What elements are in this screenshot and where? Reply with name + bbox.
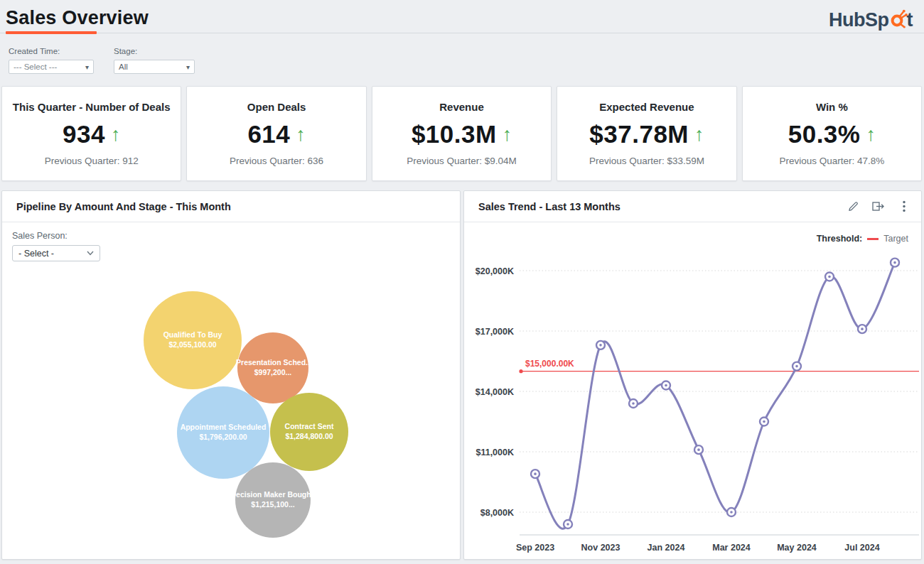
data-point-dot [828,276,831,278]
bubble-amount-label: $1,215,100... [251,500,294,510]
pipeline-panel-title: Pipeline By Amount And Stage - This Mont… [16,201,231,212]
sales-trend-panel-title: Sales Trend - Last 13 Months [478,201,621,212]
data-point-dot [795,365,798,368]
data-point-dot [893,261,896,264]
pipeline-bubble[interactable]: Contract Sent$1,284,800.00 [270,393,348,471]
bubble-amount-label: $997,200... [254,368,292,378]
threshold-line-dot [519,369,522,373]
trend-up-arrow-icon: ↑ [111,125,121,144]
y-axis-tick-label: $17,000K [476,327,514,337]
kpi-title: Open Deals [247,101,306,113]
header-divider [0,33,924,33]
kpi-previous: Previous Quarter: $9.04M [407,156,517,166]
kpi-card-number-of-deals: This Quarter - Number of Deals 934 ↑ Pre… [1,86,181,181]
logo-text-left: HubSp [829,9,889,31]
data-point-dot [534,472,537,475]
pipeline-panel: Pipeline By Amount And Stage - This Mont… [1,190,461,560]
kpi-title: This Quarter - Number of Deals [13,101,171,113]
trend-up-arrow-icon: ↑ [503,125,512,144]
trend-up-arrow-icon: ↑ [694,125,704,144]
sales-trend-panel-header: Sales Trend - Last 13 Months [464,191,921,222]
bubble-amount-label: $1,284,800.00 [285,432,333,442]
sales-person-filter: Sales Person: - Select - [12,231,100,261]
trend-up-arrow-icon: ↑ [866,125,876,144]
top-bar: Sales Overview HubSp t [0,0,924,34]
kpi-card-expected-revenue: Expected Revenue $37.78M ↑ Previous Quar… [557,86,736,181]
created-time-select[interactable]: --- Select --- ▾ [9,60,94,74]
kpi-card-open-deals: Open Deals 614 ↑ Previous Quarter: 636 [186,86,366,181]
kpi-value: $10.3M [412,120,497,148]
data-point-dot [763,421,765,423]
stage-value: All [119,63,128,71]
bubble-stage-label: Decision Maker Bough.. [230,490,315,500]
bubble-stage-label: Qualified To Buy [163,330,222,340]
bubble-stage-label: Contract Sent [285,422,334,432]
kpi-previous: Previous Quarter: 47.8% [779,156,884,166]
hubspot-sprocket-icon [888,9,908,33]
trend-line [535,263,895,529]
y-axis-tick-label: $8,000K [480,508,514,518]
bubble-stage-label: Appointment Scheduled [181,423,267,433]
edit-pencil-icon[interactable] [846,199,860,213]
export-icon[interactable] [871,199,886,213]
sales-trend-line-chart: $8,000K$11,000K$14,000K$17,000K$20,000KS… [464,222,921,559]
created-time-label: Created Time: [9,47,94,55]
created-time-value: --- Select --- [14,63,57,71]
x-axis-tick-label: Nov 2023 [581,543,621,553]
data-point-dot [566,523,569,526]
stage-filter: Stage: All ▾ [114,47,195,74]
created-time-filter: Created Time: --- Select --- ▾ [9,47,94,74]
pipeline-bubble[interactable]: Appointment Scheduled$1,796,200.00 [177,386,269,479]
x-axis-tick-label: May 2024 [777,543,817,553]
stage-select[interactable]: All ▾ [114,60,195,74]
kpi-title: Revenue [439,101,484,113]
threshold-value-label: $15,000.00K [525,359,574,369]
page-title: Sales Overview [6,7,149,29]
pipeline-bubble[interactable]: Qualified To Buy$2,055,100.00 [144,291,242,389]
hubspot-logo: HubSp t [829,7,913,33]
sales-person-value: - Select - [18,249,54,259]
logo-text-right: t [907,9,913,31]
kpi-value: 934 [63,120,105,148]
data-point-dot [730,511,733,514]
bubble-amount-label: $2,055,100.00 [168,340,216,350]
x-axis-tick-label: Jul 2024 [844,543,879,553]
pipeline-panel-header: Pipeline By Amount And Stage - This Mont… [2,191,460,222]
pipeline-bubble[interactable]: Decision Maker Bough..$1,215,100... [235,462,311,538]
kpi-title: Expected Revenue [599,101,694,113]
y-axis-tick-label: $11,000K [476,448,514,457]
trend-up-arrow-icon: ↑ [296,125,306,144]
data-point-dot [599,344,602,347]
kpi-value: 50.3% [788,120,861,148]
sales-trend-panel: Sales Trend - Last 13 Months Threshold: [463,190,922,560]
chevron-down-icon: ▾ [186,63,190,71]
kpi-previous: Previous Quarter: 636 [230,156,323,166]
kebab-menu-icon[interactable] [897,199,911,213]
chevron-down-icon: ▾ [85,63,89,71]
y-axis-tick-label: $20,000K [476,266,514,276]
pipeline-bubble[interactable]: Presentation Sched..$997,200... [237,332,308,403]
kpi-value: 614 [247,120,290,148]
chevron-down-icon [87,251,94,256]
bubble-amount-label: $1,796,200.00 [199,433,247,443]
bubble-stage-label: Presentation Sched.. [236,358,310,368]
data-point-dot [632,402,635,405]
title-accent-bar [6,31,97,34]
stage-label: Stage: [114,47,195,55]
sales-person-select[interactable]: - Select - [12,245,100,261]
data-point-dot [861,327,864,330]
y-axis-tick-label: $14,000K [476,387,514,397]
kpi-title: Win % [816,101,848,113]
kpi-card-win-percent: Win % 50.3% ↑ Previous Quarter: 47.8% [742,86,922,181]
data-point-dot [665,384,667,387]
x-axis-tick-label: Mar 2024 [712,543,751,553]
kpi-card-revenue: Revenue $10.3M ↑ Previous Quarter: $9.04… [372,86,552,181]
data-point-dot [697,448,700,451]
kpi-value: $37.78M [589,120,689,148]
kpi-row: This Quarter - Number of Deals 934 ↑ Pre… [1,86,922,181]
x-axis-tick-label: Jan 2024 [648,543,685,553]
x-axis-tick-label: Sep 2023 [516,543,554,553]
filters-row: Created Time: --- Select --- ▾ Stage: Al… [9,47,195,74]
kpi-previous: Previous Quarter: 912 [45,156,139,166]
sales-person-label: Sales Person: [12,231,100,241]
